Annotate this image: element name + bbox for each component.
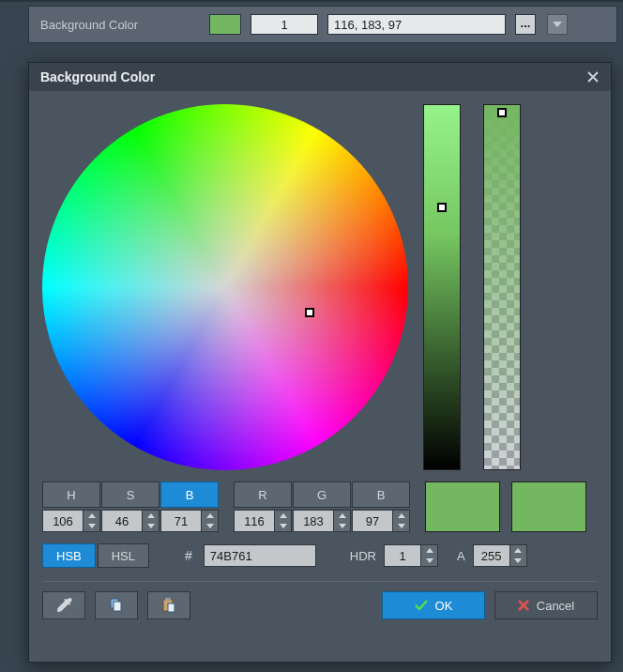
alpha-gradient — [484, 105, 520, 469]
rgb-b-tab[interactable]: B — [352, 481, 410, 508]
rgb-b-input[interactable] — [352, 510, 393, 532]
color-model-tabs: HSB HSL — [42, 543, 149, 568]
g-stepper[interactable] — [334, 510, 351, 532]
alpha-input[interactable] — [473, 544, 510, 567]
h-stepper[interactable] — [84, 510, 100, 532]
brightness-marker[interactable] — [437, 203, 447, 212]
caret-down-icon — [514, 558, 522, 563]
mode-row: HSB HSL # HDR A — [42, 543, 598, 568]
caret-down-icon — [398, 524, 405, 528]
svg-rect-3 — [165, 598, 171, 601]
caret-up-icon — [206, 513, 214, 518]
paste-icon — [160, 597, 177, 614]
close-button[interactable] — [583, 67, 603, 87]
b-stepper[interactable] — [202, 510, 219, 532]
component-inputs: H S B R G B — [42, 481, 598, 532]
dialog-body: H S B R G B — [29, 91, 611, 633]
titlebar[interactable]: Background Color — [29, 63, 611, 91]
alpha-slider[interactable] — [483, 104, 521, 470]
caret-up-icon — [426, 548, 433, 553]
preview-swatches — [425, 481, 586, 532]
old-color-swatch[interactable] — [511, 481, 586, 532]
s-tab[interactable]: S — [101, 481, 160, 508]
more-options-button[interactable]: ... — [515, 14, 536, 35]
color-index-input[interactable] — [251, 14, 318, 35]
bottom-toolbar: OK Cancel — [42, 591, 598, 619]
dropdown-button[interactable] — [547, 14, 568, 35]
caret-up-icon — [398, 513, 405, 518]
svg-rect-4 — [168, 603, 175, 612]
caret-down-icon — [206, 524, 214, 528]
background-color-property-row: Background Color ... — [28, 6, 617, 43]
rgb-b-spinner[interactable] — [352, 510, 410, 532]
r-spinner[interactable] — [234, 510, 292, 532]
hdr-input[interactable] — [384, 544, 421, 567]
g-spinner[interactable] — [293, 510, 351, 532]
property-panel: Background Color ... — [0, 0, 623, 47]
g-tab[interactable]: G — [293, 481, 351, 508]
divider — [42, 581, 598, 582]
color-picker-dialog: Background Color — [28, 62, 612, 663]
caret-down-icon — [339, 524, 346, 528]
r-stepper[interactable] — [275, 510, 292, 532]
r-tab[interactable]: R — [234, 481, 292, 508]
rgb-group: R G B — [234, 481, 410, 532]
rgb-b-stepper[interactable] — [393, 510, 410, 532]
paste-button[interactable] — [147, 591, 190, 619]
slider-bars — [423, 104, 521, 470]
h-tab[interactable]: H — [42, 481, 100, 508]
g-input[interactable] — [293, 510, 334, 532]
b-input[interactable] — [160, 510, 202, 532]
color-rgb-input[interactable] — [327, 14, 506, 35]
color-swatch[interactable] — [209, 14, 241, 35]
caret-up-icon — [339, 513, 346, 518]
caret-up-icon — [514, 548, 522, 553]
hsb-mode-tab[interactable]: HSB — [42, 543, 96, 568]
alpha-marker[interactable] — [497, 108, 507, 117]
b-tab[interactable]: B — [160, 481, 219, 508]
eyedropper-icon — [55, 597, 72, 614]
eyedropper-button[interactable] — [42, 591, 85, 619]
caret-up-icon — [280, 513, 287, 518]
hdr-label: HDR — [350, 549, 376, 563]
hex-input[interactable] — [204, 544, 316, 567]
cancel-button[interactable]: Cancel — [494, 591, 598, 619]
ok-button[interactable]: OK — [382, 591, 485, 619]
dialog-title: Background Color — [40, 69, 583, 84]
wheel-marker[interactable] — [305, 308, 314, 317]
property-label: Background Color — [40, 18, 200, 32]
r-input[interactable] — [234, 510, 275, 532]
b-spinner[interactable] — [160, 510, 219, 532]
close-icon — [586, 70, 600, 84]
color-wheel[interactable] — [42, 104, 408, 470]
chevron-down-icon — [553, 22, 562, 27]
x-icon — [518, 600, 529, 611]
alpha-label: A — [457, 549, 465, 563]
alpha-stepper[interactable] — [510, 544, 527, 567]
h-spinner[interactable] — [42, 510, 100, 532]
s-spinner[interactable] — [101, 510, 160, 532]
copy-button[interactable] — [95, 591, 138, 619]
caret-up-icon — [147, 513, 155, 518]
new-color-swatch[interactable] — [425, 481, 500, 532]
hdr-stepper[interactable] — [421, 544, 438, 567]
ok-label: OK — [435, 599, 453, 613]
caret-up-icon — [88, 513, 96, 518]
check-icon — [415, 600, 428, 611]
cancel-label: Cancel — [537, 599, 574, 613]
hsl-mode-tab[interactable]: HSL — [98, 543, 149, 568]
h-input[interactable] — [42, 510, 84, 532]
hdr-spinner[interactable] — [384, 544, 438, 567]
s-input[interactable] — [101, 510, 143, 532]
caret-down-icon — [147, 524, 155, 528]
hsb-group: H S B — [42, 481, 219, 532]
svg-rect-1 — [114, 602, 121, 611]
caret-down-icon — [280, 524, 287, 528]
copy-icon — [108, 597, 125, 614]
caret-down-icon — [88, 524, 96, 528]
s-stepper[interactable] — [143, 510, 160, 532]
brightness-slider[interactable] — [423, 104, 461, 470]
alpha-spinner[interactable] — [473, 544, 527, 567]
caret-down-icon — [426, 558, 433, 563]
hash-label: # — [185, 548, 192, 563]
